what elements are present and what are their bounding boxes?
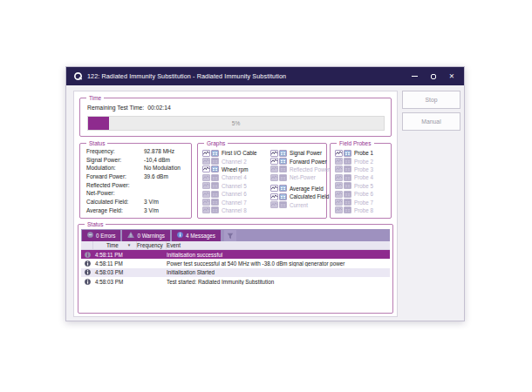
line-chart-toggle-icon[interactable] [335, 158, 343, 165]
table-view-toggle-icon[interactable] [344, 182, 351, 189]
titlebar[interactable]: 122: Radiated Immunity Substitution - Ra… [66, 67, 464, 85]
sort-descending-icon[interactable]: ▼ [127, 243, 131, 247]
status-field-label: Forward Power: [86, 173, 126, 179]
log-row[interactable]: 4:58:11 PMInitialisation successful [81, 250, 390, 259]
info-icon [81, 260, 93, 267]
remaining-test-time: Remaining Test Time:00:02:14 [87, 105, 171, 111]
status-field-list: Frequency:92.878 MHzSignal Power:-10,4 d… [80, 148, 191, 216]
maximize-button[interactable] [431, 74, 436, 79]
log-tab-messages[interactable]: 4 Messages [172, 230, 221, 241]
channel-label: Calculated Field [290, 193, 329, 199]
channel-label: Probe 5 [354, 183, 373, 189]
header-frequency-column[interactable]: Frequency [137, 241, 167, 249]
line-chart-toggle-icon[interactable] [335, 191, 343, 198]
line-chart-toggle-icon[interactable] [202, 166, 210, 172]
line-chart-toggle-icon[interactable] [202, 174, 210, 181]
table-view-toggle-icon[interactable] [211, 206, 219, 213]
channel-label: Channel 5 [222, 183, 247, 189]
log-row[interactable]: 4:58:03 PMInitialisation Started [81, 268, 390, 277]
table-view-toggle-icon[interactable] [279, 201, 287, 208]
log-row[interactable]: 4:58:11 PMPower test successful at 540 M… [81, 259, 390, 267]
manual-button[interactable]: Manual [402, 112, 460, 131]
line-chart-toggle-icon[interactable] [202, 199, 210, 206]
table-view-toggle-icon[interactable] [344, 206, 351, 213]
stop-button[interactable]: Stop [402, 91, 460, 109]
channel-label: Current [290, 202, 308, 208]
main-panel: Time Remaining Test Time:00:02:14 5% Sta… [73, 91, 398, 317]
table-view-toggle-icon[interactable] [344, 191, 351, 198]
table-view-toggle-icon[interactable] [211, 174, 219, 181]
table-view-toggle-icon[interactable] [211, 191, 219, 198]
table-view-toggle-icon[interactable] [211, 150, 219, 157]
channel-label: Probe 3 [354, 166, 373, 172]
line-chart-toggle-icon[interactable] [202, 150, 210, 157]
table-view-toggle-icon[interactable] [344, 199, 351, 206]
line-chart-toggle-icon[interactable] [335, 174, 343, 181]
line-chart-toggle-icon[interactable] [202, 182, 210, 189]
graphs-left-column: First I/O CableChannel 2Wheel rpmChannel… [202, 149, 257, 214]
log-tab-warnings[interactable]: 0 Warnings [122, 230, 170, 241]
channel-row: Channel 7 [202, 198, 257, 206]
table-view-toggle-icon[interactable] [211, 158, 219, 165]
line-chart-toggle-icon[interactable] [202, 158, 210, 165]
header-time-column[interactable]: Time ▼ [93, 241, 137, 249]
line-chart-toggle-icon[interactable] [335, 199, 343, 206]
table-view-toggle-icon[interactable] [279, 166, 287, 172]
graphs-group: Graphs First I/O CableChannel 2Wheel rpm… [197, 143, 327, 219]
log-table: Time ▼ Frequency Event 4:58:11 PMInitial… [81, 241, 390, 310]
status-field-value: 92.878 MHz [144, 148, 174, 154]
header-icon-column [81, 241, 93, 249]
line-chart-toggle-icon[interactable] [270, 185, 278, 192]
table-view-toggle-icon[interactable] [344, 166, 351, 172]
header-event-label: Event [167, 242, 181, 248]
progress-percent-label: 5% [88, 117, 384, 130]
status-field-label: Average Field: [86, 207, 123, 213]
line-chart-toggle-icon[interactable] [270, 174, 278, 181]
line-chart-toggle-icon[interactable] [335, 182, 343, 189]
minimize-button[interactable] [412, 76, 418, 78]
channel-label: Channel 4 [222, 174, 247, 180]
log-tab-label: 0 Warnings [137, 233, 165, 239]
line-chart-toggle-icon[interactable] [335, 206, 343, 213]
log-row[interactable]: 4:58:03 PMTest started: Radiated Immunit… [81, 277, 390, 286]
log-tab-errors[interactable]: 0 Errors [82, 230, 120, 241]
close-button[interactable]: ✕ [449, 73, 454, 79]
field-probes-group-label: Field Probes [337, 139, 374, 147]
line-chart-toggle-icon[interactable] [202, 206, 210, 213]
status-field-label: Modulation: [86, 165, 116, 171]
line-chart-toggle-icon[interactable] [202, 191, 210, 198]
line-chart-toggle-icon[interactable] [270, 201, 278, 208]
table-view-toggle-icon[interactable] [344, 158, 351, 165]
channel-row: Probe 7 [335, 198, 373, 206]
header-event-column[interactable]: Event [167, 241, 390, 249]
table-view-toggle-icon[interactable] [211, 182, 219, 189]
table-view-toggle-icon[interactable] [344, 150, 351, 157]
warning-icon [127, 232, 134, 239]
status-field-label: Reflected Power: [86, 182, 130, 188]
status-field-row: Net-Power: [80, 190, 191, 199]
table-view-toggle-icon[interactable] [211, 199, 219, 206]
channel-row: Calculated Field [270, 193, 330, 200]
line-chart-toggle-icon[interactable] [335, 150, 343, 157]
line-chart-toggle-icon[interactable] [335, 166, 343, 172]
table-view-toggle-icon[interactable] [211, 166, 219, 172]
line-chart-toggle-icon[interactable] [270, 193, 278, 200]
status-field-label: Signal Power: [86, 157, 121, 163]
table-view-toggle-icon[interactable] [344, 174, 351, 181]
channel-label: Probe 7 [354, 199, 373, 206]
status-field-row: Forward Power:39.6 dBm [80, 173, 191, 182]
line-chart-toggle-icon[interactable] [270, 150, 278, 157]
table-view-toggle-icon[interactable] [279, 185, 287, 192]
channel-row: Channel 4 [202, 173, 257, 181]
table-view-toggle-icon[interactable] [279, 193, 287, 200]
filter-button[interactable] [224, 230, 236, 241]
line-chart-toggle-icon[interactable] [270, 158, 278, 165]
channel-row: Channel 5 [202, 182, 257, 190]
table-view-toggle-icon[interactable] [279, 174, 287, 181]
table-view-toggle-icon[interactable] [279, 158, 287, 165]
status-group: Status Frequency:92.878 MHzSignal Power:… [79, 143, 192, 219]
table-view-toggle-icon[interactable] [279, 150, 287, 157]
status-field-value: No Modulation [144, 165, 181, 171]
line-chart-toggle-icon[interactable] [270, 166, 278, 172]
status-field-row: Calculated Field:3 V/m [80, 199, 191, 207]
